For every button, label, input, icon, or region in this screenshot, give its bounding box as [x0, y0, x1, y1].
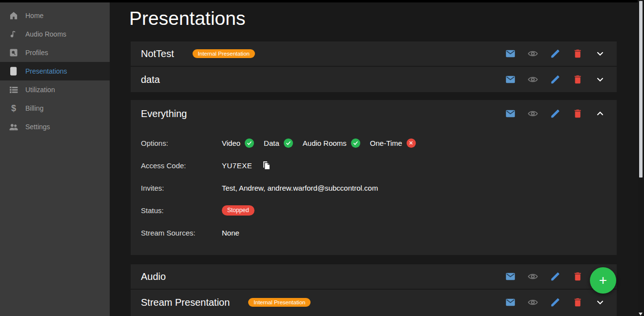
scrollbar-down-arrow-icon[interactable] [639, 313, 643, 316]
sidebar-item-billing[interactable]: $ Billing [0, 99, 110, 118]
row-actions [505, 108, 605, 119]
edit-pencil-icon[interactable] [550, 297, 561, 308]
sidebar-item-label: Billing [25, 104, 43, 112]
option-one-time: One-Time [370, 138, 416, 148]
presentation-card: NotTest Internal Presentation data [131, 41, 617, 92]
presentation-name: Audio [141, 271, 166, 282]
chevron-down-icon[interactable] [595, 74, 605, 85]
mail-icon[interactable] [505, 271, 516, 282]
eye-icon[interactable] [527, 74, 538, 85]
sidebar-item-utilization[interactable]: Utilization [0, 80, 110, 99]
check-circle-icon [351, 138, 360, 148]
sidebar-item-home[interactable]: Home [0, 6, 110, 25]
add-presentation-button[interactable]: + [590, 267, 616, 294]
sidebar-item-label: Home [25, 12, 43, 20]
edit-pencil-icon[interactable] [550, 74, 561, 85]
sidebar-item-label: Settings [25, 123, 50, 131]
presentation-row-stream-presentation: Stream Presentation Internal Presentatio… [131, 290, 617, 315]
mail-icon[interactable] [505, 297, 516, 308]
access-code-value: YU7EXE [222, 161, 252, 170]
presentation-card-expanded: Everything Options: Video Data Audio Roo… [131, 100, 617, 255]
eye-icon[interactable] [527, 271, 538, 282]
invites-label: Invites: [141, 184, 222, 192]
search-box-icon [9, 48, 19, 58]
internal-presentation-badge: Internal Presentation [248, 298, 311, 307]
x-circle-icon [407, 138, 416, 148]
sidebar-item-label: Presentations [25, 67, 67, 75]
presentation-row-everything: Everything [131, 100, 617, 127]
presentation-name: Everything [141, 108, 187, 119]
presentation-name: Stream Presentation [141, 297, 230, 308]
access-code-label: Access Code: [141, 161, 222, 170]
dollar-icon: $ [9, 103, 19, 113]
status-badge: Stopped [222, 205, 254, 216]
row-actions [505, 74, 605, 85]
edit-pencil-icon[interactable] [550, 48, 561, 59]
presentation-row-audio: Audio [131, 264, 617, 290]
check-circle-icon [245, 138, 254, 148]
chevron-down-icon[interactable] [595, 48, 605, 59]
scrollbar-track[interactable] [638, 0, 644, 316]
eye-icon[interactable] [527, 48, 538, 59]
mail-icon[interactable] [505, 48, 516, 59]
home-icon [9, 11, 19, 20]
row-actions [505, 297, 605, 308]
stream-sources-label: Stream Sources: [141, 229, 222, 237]
delete-trash-icon[interactable] [572, 74, 583, 85]
check-circle-icon [284, 138, 293, 148]
chevron-up-icon[interactable] [595, 108, 605, 119]
list-icon [9, 85, 19, 95]
stream-sources-row: Stream Sources: None [141, 221, 617, 244]
presentation-details: Options: Video Data Audio Rooms One-Time… [131, 127, 617, 244]
sidebar: Home Audio Rooms Profiles Presentations … [0, 2, 110, 316]
attachment-file-icon [9, 66, 19, 76]
presentation-name: NotTest [141, 48, 174, 59]
sidebar-item-settings[interactable]: Settings [0, 118, 110, 136]
music-note-icon [9, 29, 19, 39]
page-title: Presentations [129, 8, 245, 29]
delete-trash-icon[interactable] [572, 48, 583, 59]
sidebar-item-label: Profiles [25, 49, 48, 57]
eye-icon[interactable] [527, 108, 538, 119]
option-audio-rooms: Audio Rooms [303, 138, 360, 148]
scrollbar-thumb[interactable] [639, 1, 643, 178]
presentation-row-data: data [131, 67, 617, 92]
delete-trash-icon[interactable] [572, 108, 583, 119]
delete-trash-icon[interactable] [572, 271, 583, 282]
edit-pencil-icon[interactable] [550, 271, 561, 282]
options-row: Options: Video Data Audio Rooms One-Time [141, 132, 617, 154]
chevron-down-icon[interactable] [595, 297, 605, 308]
presentation-name: data [141, 74, 160, 85]
delete-trash-icon[interactable] [572, 297, 583, 308]
status-label: Status: [141, 206, 222, 215]
internal-presentation-badge: Internal Presentation [193, 49, 255, 58]
sidebar-item-presentations[interactable]: Presentations [0, 62, 110, 80]
stream-sources-value: None [222, 229, 239, 237]
eye-icon[interactable] [527, 297, 538, 308]
mail-icon[interactable] [505, 108, 516, 119]
invites-row: Invites: Test, Andrew, andrew.warford@su… [141, 177, 617, 199]
access-code-row: Access Code: YU7EXE [141, 154, 617, 177]
people-icon [9, 122, 19, 132]
invites-value: Test, Andrew, andrew.warford@subccontrol… [222, 184, 378, 192]
status-row: Status: Stopped [141, 199, 617, 221]
sidebar-item-profiles[interactable]: Profiles [0, 43, 110, 62]
presentation-row-nottest: NotTest Internal Presentation [131, 41, 617, 67]
sidebar-item-label: Audio Rooms [25, 30, 66, 38]
row-actions [505, 48, 605, 59]
plus-icon: + [599, 273, 607, 288]
copy-icon[interactable] [262, 160, 271, 170]
option-video: Video [222, 138, 254, 148]
edit-pencil-icon[interactable] [550, 108, 561, 119]
option-data: Data [264, 138, 293, 148]
sidebar-item-label: Utilization [25, 86, 55, 94]
top-border [0, 0, 644, 2]
options-label: Options: [141, 139, 222, 147]
sidebar-item-audio-rooms[interactable]: Audio Rooms [0, 25, 110, 43]
mail-icon[interactable] [505, 74, 516, 85]
presentation-card: Audio Stream Presentation Internal Prese… [131, 264, 617, 316]
